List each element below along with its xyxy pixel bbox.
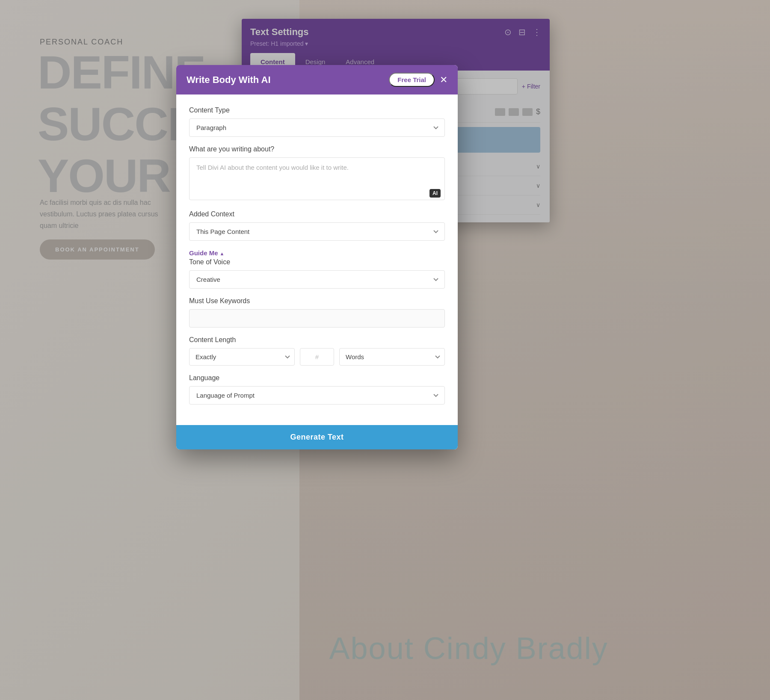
content-length-row: Exactly At Least At Most Approximately W… (189, 348, 445, 366)
ai-modal-header-right: Free Trial ✕ (389, 73, 447, 87)
content-length-label: Content Length (189, 336, 445, 344)
tone-select[interactable]: Creative Professional Casual Formal Humo… (189, 270, 445, 289)
exactly-select[interactable]: Exactly At Least At Most Approximately (189, 348, 295, 366)
number-input[interactable] (300, 348, 334, 366)
ai-badge: AI (429, 189, 441, 198)
guide-me-arrow: ▲ (220, 251, 225, 256)
writing-about-label: What are you writing about? (189, 145, 445, 153)
guide-me-row: Guide Me▲ (189, 249, 445, 258)
ai-modal-header: Write Body With AI Free Trial ✕ (176, 65, 458, 95)
words-select[interactable]: Words Sentences Paragraphs (339, 348, 445, 366)
added-context-label: Added Context (189, 210, 445, 218)
language-select[interactable]: Language of Prompt English Spanish Frenc… (189, 386, 445, 405)
keywords-input[interactable] (189, 309, 445, 328)
content-type-label: Content Type (189, 106, 445, 114)
writing-about-textarea[interactable] (189, 157, 445, 200)
language-label: Language (189, 374, 445, 382)
close-button[interactable]: ✕ (440, 75, 447, 85)
content-type-select[interactable]: Paragraph Bullet Points Numbered List In… (189, 118, 445, 137)
keywords-label: Must Use Keywords (189, 297, 445, 305)
ai-modal-title: Write Body With AI (187, 74, 271, 86)
ai-modal-body: Content Type Paragraph Bullet Points Num… (176, 95, 458, 425)
guide-me-button[interactable]: Guide Me▲ (189, 249, 224, 257)
writing-about-wrapper: AI (189, 157, 445, 202)
ai-modal: Write Body With AI Free Trial ✕ Content … (176, 65, 458, 449)
generate-text-button[interactable]: Generate Text (176, 425, 458, 449)
tone-label: Tone of Voice (189, 258, 445, 266)
guide-me-text: Guide Me (189, 249, 218, 257)
added-context-select[interactable]: This Page Content None Custom (189, 222, 445, 241)
free-trial-badge[interactable]: Free Trial (389, 73, 435, 87)
